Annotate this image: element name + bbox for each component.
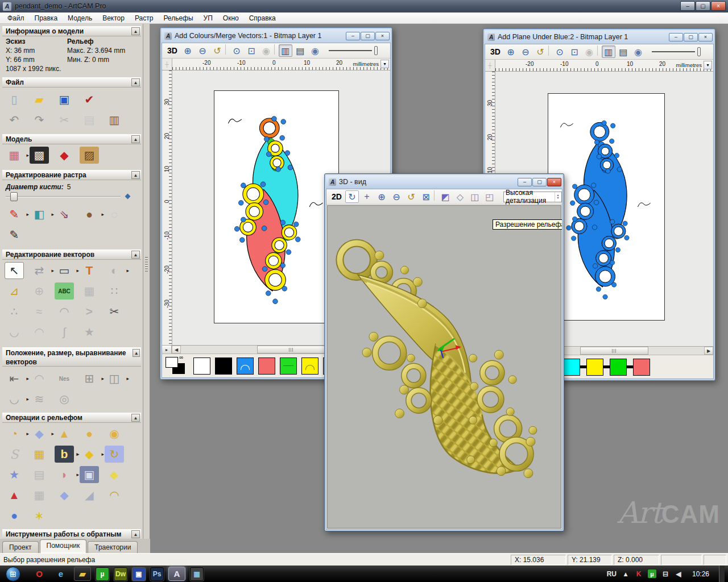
vector-visibility-icon[interactable]: ▤ [293, 44, 307, 57]
offset-relief-icon[interactable]: ◆▸ [80, 446, 99, 463]
panel-collapse-icon[interactable]: ▲ [131, 414, 140, 422]
flyout-arrow-icon[interactable]: ▸ [101, 211, 104, 217]
menu-item-7[interactable]: Окно [218, 13, 244, 23]
save-model-icon[interactable]: ▣ [55, 91, 74, 108]
swatch-red[interactable] [633, 359, 650, 376]
close-button[interactable]: × [547, 178, 561, 186]
spiral-icon[interactable]: ◎ [55, 390, 74, 408]
zoom-all-icon[interactable]: ⊠ [419, 190, 433, 203]
tray-volume-icon[interactable]: ◀ [675, 570, 682, 578]
flyout-arrow-icon[interactable]: ▸ [26, 152, 29, 158]
pane-split-icon[interactable]: ▸ [162, 346, 172, 354]
add-relief-icon[interactable]: ▲ [55, 425, 74, 442]
fit-polyline-icon[interactable]: > [80, 303, 99, 320]
zoom-1to1-icon[interactable]: ⊙ [230, 44, 243, 57]
tray-network-icon[interactable]: ⊟ [661, 570, 669, 578]
colour-palette-icon[interactable]: ●▸ [80, 206, 99, 223]
start-button[interactable]: ⊞ [6, 567, 20, 581]
set-model-size-icon[interactable]: ▦▸ [5, 147, 24, 164]
minimize-button[interactable]: – [346, 32, 360, 40]
slice-vector-icon[interactable]: ∫ [55, 323, 74, 340]
flyout-arrow-icon[interactable]: ▸ [26, 396, 29, 402]
subtract-relief-icon[interactable]: ● [80, 425, 99, 442]
align-vectors-icon[interactable]: ⇤▸ [5, 370, 24, 387]
tab-assistant[interactable]: Помощник [40, 539, 87, 553]
nesting-icon[interactable]: Nes [55, 370, 74, 387]
open-model-icon[interactable]: ▰ [30, 91, 49, 108]
flyout-arrow-icon[interactable]: ▸ [26, 431, 29, 436]
flyout-arrow-icon[interactable]: ▸ [26, 376, 29, 381]
window-titlebar[interactable]: A Add Plane Under Blue:2 - Bitmap Layer … [485, 30, 714, 44]
invert-relief-icon[interactable]: ↻ [105, 446, 124, 463]
zoom-out-icon[interactable]: ⊖ [390, 190, 403, 203]
create-text-icon[interactable]: T [80, 262, 99, 279]
pendant-vector-drawing[interactable] [548, 94, 664, 320]
flyout-arrow-icon[interactable]: ▸ [26, 211, 29, 217]
texture-icon[interactable]: ▨ [80, 147, 99, 164]
view-3d-button[interactable]: 3D [488, 45, 503, 58]
smooth-nodes-icon[interactable]: ≈ [30, 303, 49, 320]
bitmap-visibility-icon[interactable]: ▥ [279, 44, 292, 57]
relief-resolution-dropdown[interactable]: Высокая детализация ▴▾ [503, 192, 562, 202]
slider-handle[interactable] [697, 47, 701, 56]
panel-header-position[interactable]: Положение, размер, выравнивание векторов… [2, 347, 141, 367]
fit-arcs-icon[interactable]: ◠ [55, 303, 74, 320]
close-button[interactable]: × [375, 32, 390, 40]
slider-handle[interactable] [374, 46, 378, 55]
maximize-button[interactable]: ▢ [532, 178, 547, 186]
primary-colour-swatch[interactable] [166, 357, 178, 368]
swatch-green[interactable] [280, 357, 297, 375]
menu-item-4[interactable]: Растр [130, 13, 158, 23]
export-icon[interactable]: ✔ [80, 91, 99, 108]
create-rectangle-icon[interactable]: ▭▸ [55, 262, 74, 279]
tray-language[interactable]: RU [607, 570, 617, 578]
scroll-left-icon[interactable]: ◀ [172, 346, 181, 354]
tab-toolpaths[interactable]: Траектории [88, 541, 138, 553]
panel-header-vector-edit[interactable]: Редактирование векторов ▲ [2, 250, 141, 260]
measure-icon[interactable]: ⊿ [5, 282, 24, 300]
preview-relief-icon[interactable]: ◉ [308, 44, 322, 57]
taskbar-explorer[interactable]: ▰ [74, 567, 91, 581]
panel-collapse-icon[interactable]: ▲ [133, 349, 140, 357]
weld-vectors-icon[interactable]: ◫▸ [105, 370, 124, 387]
panel-header-file[interactable]: Файл ▲ [2, 77, 141, 88]
rotate-view-icon[interactable]: ↻ [345, 190, 359, 203]
zero-plane-icon[interactable]: ◆▸ [30, 425, 49, 442]
swatch-green[interactable] [610, 359, 627, 376]
texture-weave-icon[interactable]: ▦ [30, 446, 49, 463]
window-3d-view[interactable]: A 3D - вид – ▢ × 2D↻+⊕⊖↺⊠◩◇◫◰ Высокая де… [324, 173, 564, 531]
pendant-vector-drawing[interactable] [214, 91, 338, 323]
pan-view-icon[interactable]: + [360, 190, 374, 203]
pillow-relief-icon[interactable]: ◆ [55, 487, 74, 504]
maximize-button[interactable]: ▢ [684, 33, 698, 41]
undo-icon[interactable]: ↶ [5, 111, 24, 128]
maximize-button[interactable]: ▢ [361, 32, 375, 40]
menu-item-5[interactable]: Рельефы [158, 13, 198, 23]
view-along-z-icon[interactable]: ◰ [483, 190, 497, 203]
zoom-selection-icon[interactable]: ◉ [582, 45, 596, 58]
menu-item-3[interactable]: Вектор [97, 13, 130, 23]
taskbar-save-app[interactable]: ▣ [132, 567, 146, 581]
transform-vectors-icon[interactable]: ⇄▸ [30, 262, 49, 279]
zoom-fit-icon[interactable]: ⊡ [245, 44, 258, 57]
flyout-arrow-icon[interactable]: ▸ [76, 451, 79, 457]
zoom-last-icon[interactable]: ↺ [404, 190, 418, 203]
swatch-cyan[interactable] [563, 359, 580, 376]
menu-item-2[interactable]: Модель [63, 13, 97, 23]
bitmap-visibility-icon[interactable]: ▥ [602, 45, 615, 58]
panel-collapse-icon[interactable]: ▲ [131, 27, 140, 35]
scroll-thumb[interactable] [580, 347, 648, 355]
taskbar-viewer[interactable]: ▦ [190, 567, 204, 581]
tray-expand-icon[interactable]: ▴ [622, 570, 630, 578]
new-model-icon[interactable]: ▯ [5, 91, 24, 108]
taskbar-ie[interactable]: e [52, 567, 69, 581]
slider-handle[interactable] [10, 192, 18, 201]
offset-vectors-icon[interactable]: ⊕ [30, 282, 49, 300]
flood-fill-icon[interactable]: ◧▸ [30, 206, 49, 223]
dropdown-spinner-icon[interactable]: ▴▾ [555, 192, 561, 202]
panel-collapse-icon[interactable]: ▲ [131, 530, 140, 538]
flyout-arrow-icon[interactable]: ▸ [76, 472, 79, 477]
close-button[interactable]: × [711, 1, 726, 11]
taskbar-dreamweaver[interactable]: Dw [114, 567, 127, 581]
eraser-icon[interactable]: ◌ [105, 206, 124, 223]
